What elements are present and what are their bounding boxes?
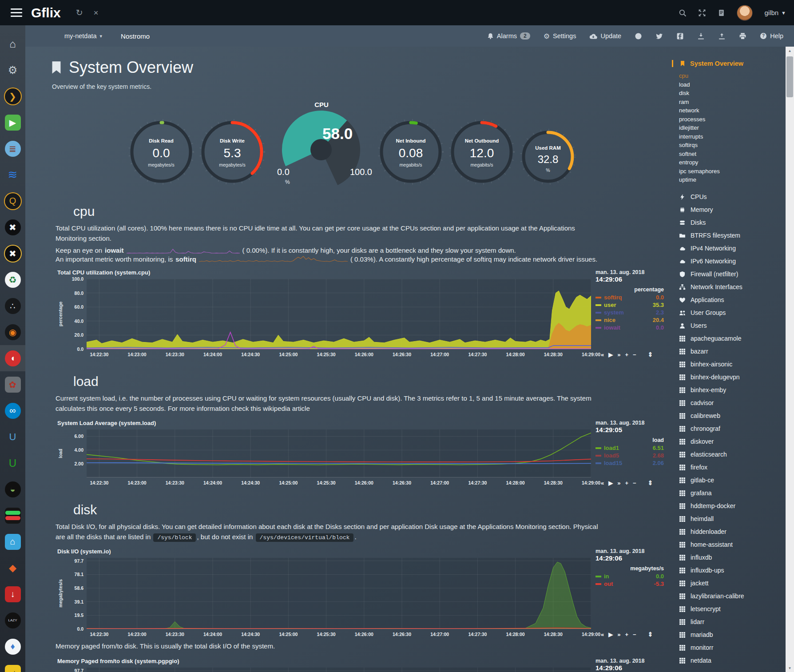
sidebar-item-deluge[interactable]: ♦ bbox=[0, 633, 25, 660]
menu-app-mariadb[interactable]: mariadb bbox=[679, 628, 786, 641]
legend-item-load1[interactable]: load16.51 bbox=[596, 445, 664, 451]
gauge-net-outbound[interactable]: Net Outbound12.0megabits/s bbox=[449, 119, 515, 189]
menu-app-home-assistant[interactable]: home-assistant bbox=[679, 538, 786, 551]
toolbar-icon[interactable]: − bbox=[633, 480, 636, 486]
menu-item-processes[interactable]: processes bbox=[679, 115, 786, 124]
toolbar-icon[interactable]: ▶ bbox=[608, 351, 613, 358]
legend-item-nice[interactable]: nice20.4 bbox=[596, 317, 664, 323]
sidebar-item-app-x-yellow[interactable]: ✖ bbox=[0, 240, 25, 266]
menu-section-ipv4-networking[interactable]: IPv4 Networking bbox=[679, 242, 786, 255]
menu-section-ipv6-networking[interactable]: IPv6 Networking bbox=[679, 255, 786, 268]
toolbar-icon[interactable]: − bbox=[633, 631, 636, 638]
menu-section-firewall-netfilter-[interactable]: Firewall (netfilter) bbox=[679, 268, 786, 281]
menu-item-softnet[interactable]: softnet bbox=[679, 150, 786, 159]
refresh-icon[interactable]: ↻ bbox=[76, 8, 83, 18]
toolbar-icon[interactable]: + bbox=[625, 480, 628, 486]
menu-app-cadvisor[interactable]: cadvisor bbox=[679, 397, 786, 410]
alarms-button[interactable]: Alarms 2 bbox=[487, 32, 530, 40]
sidebar-item-download-app[interactable]: ↓ bbox=[0, 581, 25, 607]
menu-section-btrfs-filesystem[interactable]: BTRFS filesystem bbox=[679, 229, 786, 242]
menu-app-binhex-delugevpn[interactable]: binhex-delugevpn bbox=[679, 371, 786, 384]
chart-system-load[interactable]: System Load Average (system.load)load6.0… bbox=[56, 420, 667, 487]
menu-item-network[interactable]: network bbox=[679, 106, 786, 115]
help-button[interactable]: ? Help bbox=[760, 32, 783, 40]
sidebar-item-bazarr[interactable]: ◒ bbox=[0, 476, 25, 502]
menu-app-bazarr[interactable]: bazarr bbox=[679, 345, 786, 358]
menu-app-gitlab-ce[interactable]: gitlab-ce bbox=[679, 474, 786, 487]
gauge-used-ram[interactable]: Used RAM32.8% bbox=[520, 128, 576, 189]
menu-app-monitorr[interactable]: monitorr bbox=[679, 641, 786, 654]
user-menu[interactable]: gilbn▼ bbox=[764, 9, 786, 16]
sidebar-item-home[interactable]: ⌂ bbox=[0, 31, 25, 57]
upload-icon[interactable] bbox=[718, 32, 726, 40]
hamburger-menu-icon[interactable] bbox=[11, 6, 22, 19]
menu-app-firefox[interactable]: firefox bbox=[679, 461, 786, 474]
legend-item-user[interactable]: user35.3 bbox=[596, 302, 664, 308]
sidebar-item-jackett[interactable]: Q bbox=[0, 188, 25, 214]
chart-resize-handle[interactable]: ⇕ bbox=[648, 351, 653, 358]
toolbar-icon[interactable]: − bbox=[633, 351, 636, 358]
toolbar-icon[interactable]: « bbox=[601, 480, 604, 486]
search-icon[interactable] bbox=[679, 9, 687, 17]
sidebar-item-settings-gear[interactable]: ⚙ bbox=[0, 57, 25, 83]
close-icon[interactable]: × bbox=[94, 8, 99, 18]
legend-item-out[interactable]: out-5.3 bbox=[596, 581, 664, 587]
sidebar-item-netdata[interactable]: ◖ bbox=[0, 345, 25, 371]
avatar[interactable] bbox=[737, 5, 753, 21]
menu-section-disks[interactable]: Disks bbox=[679, 216, 786, 229]
settings-button[interactable]: ⚙ Settings bbox=[544, 32, 576, 40]
menu-item-entropy[interactable]: entropy bbox=[679, 158, 786, 167]
toolbar-icon[interactable]: » bbox=[617, 631, 620, 638]
menu-section-applications[interactable]: Applications bbox=[679, 294, 786, 306]
sidebar-item-app-x-blue[interactable]: ✖ bbox=[0, 214, 25, 240]
menu-app-binhex-airsonic[interactable]: binhex-airsonic bbox=[679, 358, 786, 371]
sidebar-item-plex[interactable]: ❯ bbox=[0, 83, 25, 109]
download-icon[interactable] bbox=[697, 32, 705, 40]
gauge-cpu[interactable]: CPU58.00.0100.0% bbox=[270, 102, 373, 189]
sidebar-item-unmanic[interactable]: U bbox=[0, 450, 25, 476]
menu-app-netdata[interactable]: netdata bbox=[679, 654, 786, 667]
menu-app-jackett[interactable]: jackett bbox=[679, 577, 786, 590]
menu-item-load[interactable]: load bbox=[679, 80, 786, 89]
toolbar-icon[interactable]: ▶ bbox=[608, 631, 613, 638]
menu-item-ram[interactable]: ram bbox=[679, 98, 786, 107]
menu-header-system-overview[interactable]: System Overview bbox=[672, 60, 786, 67]
toolbar-icon[interactable]: + bbox=[625, 631, 628, 638]
toolbar-icon[interactable]: « bbox=[601, 631, 604, 638]
menu-app-lazylibrarian-calibre[interactable]: lazylibrarian-calibre bbox=[679, 590, 786, 603]
gauge-net-inbound[interactable]: Net Inbound0.08megabits/s bbox=[377, 119, 444, 189]
menu-item-cpu[interactable]: cpu bbox=[679, 72, 786, 80]
sidebar-item-molecule-app[interactable]: ∴ bbox=[0, 293, 25, 319]
menu-app-influxdb-ups[interactable]: influxdb-ups bbox=[679, 564, 786, 577]
gauge-disk-read[interactable]: Disk Read0.0megabytes/s bbox=[128, 119, 195, 189]
menu-item-idlejitter[interactable]: idlejitter bbox=[679, 123, 786, 132]
sidebar-item-airsonic[interactable]: ≋ bbox=[0, 162, 25, 188]
scrollbar-thumb[interactable] bbox=[786, 56, 793, 97]
menu-app-calibreweb[interactable]: calibreweb bbox=[679, 410, 786, 422]
sidebar-item-nextcloud[interactable]: ∞ bbox=[0, 398, 25, 424]
menu-app-influxdb[interactable]: influxdb bbox=[679, 551, 786, 564]
menu-item-disk[interactable]: disk bbox=[679, 89, 786, 98]
server-dropdown[interactable]: my-netdata▾ bbox=[64, 32, 102, 40]
menu-app-heimdall[interactable]: heimdall bbox=[679, 513, 786, 525]
chart-plot-area[interactable] bbox=[87, 668, 591, 672]
menu-section-memory[interactable]: Memory bbox=[679, 203, 786, 216]
twitter-icon[interactable] bbox=[655, 32, 663, 40]
toolbar-icon[interactable]: » bbox=[617, 480, 620, 486]
toolbar-icon[interactable]: + bbox=[625, 351, 628, 358]
menu-app-hddtemp-docker[interactable]: hddtemp-docker bbox=[679, 500, 786, 513]
sidebar-item-unifi[interactable]: U bbox=[0, 424, 25, 450]
chart-plot-area[interactable] bbox=[87, 558, 591, 629]
chart-resize-handle[interactable]: ⇕ bbox=[648, 479, 653, 486]
gauge-disk-write[interactable]: Disk Write5.3megabytes/s bbox=[199, 119, 266, 189]
hostname[interactable]: Nostromo bbox=[121, 32, 150, 40]
menu-app-lidarr[interactable]: lidarr bbox=[679, 616, 786, 628]
legend-item-softirq[interactable]: softirq0.0 bbox=[596, 294, 664, 301]
sidebar-item-berries-app[interactable]: ✿ bbox=[0, 371, 25, 398]
sidebar-item-gitlab[interactable]: ◆ bbox=[0, 555, 25, 581]
sidebar-item-emby[interactable]: ▶ bbox=[0, 109, 25, 135]
menu-app-apacheguacamole[interactable]: apacheguacamole bbox=[679, 332, 786, 345]
legend-item-system[interactable]: system2.3 bbox=[596, 309, 664, 316]
print-icon[interactable] bbox=[739, 32, 746, 40]
legend-item-load15[interactable]: load152.06 bbox=[596, 460, 664, 466]
